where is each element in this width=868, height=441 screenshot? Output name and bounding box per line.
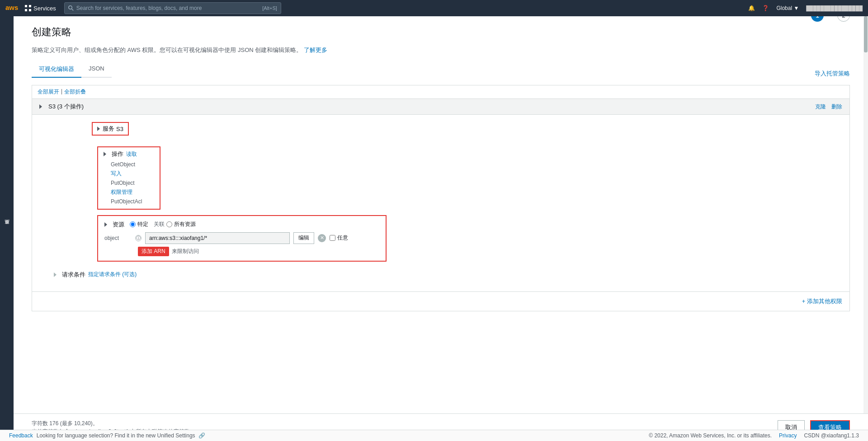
tab-json[interactable]: JSON (81, 61, 112, 78)
service-expand-icon (97, 127, 100, 131)
top-navigation: aws Services [Alt+S] 🔔 ❓ Global ▼ ██████… (0, 0, 868, 16)
add-arn-row: 添加 ARN 来限制访问 (104, 247, 379, 256)
help-icon[interactable]: ❓ (762, 5, 769, 11)
services-nav[interactable]: Services (24, 5, 56, 12)
radio-all-resources: 所有资源 (166, 220, 196, 228)
add-permissions-link[interactable]: + 添加其他权限 (802, 298, 842, 305)
clone-link[interactable]: 克隆 (815, 103, 826, 111)
conditions-label: 请求条件 (62, 271, 85, 279)
action-item-putobject: PutObject (111, 178, 154, 188)
svg-rect-4 (29, 9, 31, 11)
add-arn-link[interactable]: 添加 ARN (138, 247, 169, 256)
policy-body: 服务 S3 操作 读取 GetObject 写入 (32, 115, 849, 291)
actions-items: GetObject 写入 PutObject 权限管理 PutObjectAcl (111, 160, 154, 206)
sidebar: 菜单 (0, 16, 14, 441)
add-permissions-row: + 添加其他权限 (32, 291, 849, 311)
any-checkbox[interactable] (330, 235, 335, 241)
any-checkbox-label: 任意 (330, 234, 348, 242)
object-label: object (104, 235, 132, 241)
resource-type-radio: 特定 (130, 220, 148, 228)
svg-text:aws: aws (5, 4, 18, 11)
conditions-optional-link[interactable]: 指定请求条件 (可选) (88, 271, 137, 278)
import-managed-policy-link[interactable]: 导入托管策略 (815, 70, 850, 78)
restricted-access-text: 来限制访问 (172, 248, 199, 255)
conditions-section: 请求条件 指定请求条件 (可选) (43, 265, 839, 284)
policy-section-actions: 克隆 删除 (815, 103, 842, 111)
csdn-user: CSDN @xiaofang1.1.3 (804, 432, 859, 439)
actions-category3: 权限管理 (111, 188, 154, 197)
learn-more-link[interactable]: 了解更多 (304, 47, 327, 53)
feedback-unified-text: Looking for language selection? Find it … (37, 432, 205, 439)
page-description: 策略定义可向用户、组或角色分配的 AWS 权限。您可以在可视化编辑器中使用 JS… (32, 46, 850, 54)
actions-section: 操作 读取 GetObject 写入 PutObject 权限管理 PutObj… (97, 146, 839, 210)
search-input[interactable] (76, 5, 259, 11)
action-item-getobject: GetObject (111, 160, 154, 169)
radio-specific: 特定 (130, 220, 148, 228)
actions-box: 操作 读取 GetObject 写入 PutObject 权限管理 PutObj… (97, 146, 160, 210)
scrollbar-thumb[interactable] (864, 16, 868, 52)
resources-section: 资源 特定 关联 (97, 215, 839, 262)
resources-expand-icon (104, 222, 107, 227)
actions-header: 操作 读取 (104, 150, 154, 158)
scrollbar[interactable] (863, 16, 868, 418)
actions-category1: 读取 (126, 150, 137, 158)
svg-point-5 (69, 6, 72, 9)
collapse-icon[interactable] (39, 104, 42, 109)
search-bar[interactable]: [Alt+S] (64, 2, 281, 14)
expand-collapse-bar: 全部展开 | 全部折叠 (32, 85, 849, 99)
footer-links: © 2022, Amazon Web Services, Inc. or its… (649, 432, 859, 439)
svg-line-6 (71, 9, 73, 11)
copyright-text: © 2022, Amazon Web Services, Inc. or its… (649, 432, 772, 439)
main-content: 1 — 2 创建策略 策略定义可向用户、组或角色分配的 AWS 权限。您可以在可… (14, 16, 868, 441)
actions-category2: 写入 (111, 169, 154, 178)
privacy-link[interactable]: Privacy (779, 432, 797, 439)
editor-tabs: 可视化编辑器 JSON (32, 61, 112, 78)
service-value: S3 (116, 126, 123, 132)
search-shortcut: [Alt+S] (262, 5, 277, 11)
aws-logo[interactable]: aws (5, 4, 20, 13)
page-title: 创建策略 (32, 25, 850, 39)
separator: | (61, 88, 62, 96)
actions-expand-icon (104, 152, 106, 156)
policy-section-header: S3 (3 个操作) 克隆 删除 (32, 99, 849, 115)
edit-arn-button[interactable]: 编辑 (293, 232, 314, 244)
collapse-all-link[interactable]: 全部折叠 (64, 88, 86, 96)
object-resource-row: object ⓘ 编辑 ✕ 任意 (104, 232, 379, 244)
policy-section: S3 (3 个操作) 克隆 删除 服务 S3 (32, 99, 849, 291)
service-label: 服务 (103, 125, 114, 133)
remove-arn-button[interactable]: ✕ (318, 234, 326, 242)
bell-icon[interactable]: 🔔 (748, 5, 755, 11)
arn-input[interactable] (145, 232, 290, 244)
nav-right: 🔔 ❓ Global ▼ ████████████████ (748, 5, 863, 11)
actions-label: 操作 (112, 150, 123, 158)
editor-area: 全部展开 | 全部折叠 S3 (3 个操作) 克隆 删除 (32, 85, 850, 311)
policy-header-left: S3 (3 个操作) (39, 103, 84, 111)
account-info[interactable]: ████████████████ (806, 5, 863, 11)
resources-box: 资源 特定 关联 (97, 215, 387, 262)
service-box[interactable]: 服务 S3 (92, 122, 129, 136)
region-selector[interactable]: Global ▼ (776, 5, 799, 11)
feedback-bar: Feedback Looking for language selection?… (0, 430, 868, 441)
radio-specific-input[interactable] (130, 221, 136, 227)
policy-section-title: S3 (3 个操作) (48, 103, 84, 111)
svg-rect-1 (25, 5, 27, 7)
tab-visual-editor[interactable]: 可视化编辑器 (32, 61, 81, 78)
conditions-expand-icon (54, 272, 57, 277)
expand-all-link[interactable]: 全部展开 (38, 88, 59, 96)
resources-header: 资源 特定 关联 (104, 220, 379, 229)
action-item-putobjectacl: PutObjectAcl (111, 197, 154, 206)
related-label: 关联 (154, 220, 165, 228)
feedback-label[interactable]: Feedback (9, 432, 33, 439)
svg-rect-3 (25, 9, 27, 11)
svg-rect-2 (29, 5, 31, 7)
object-info-icon[interactable]: ⓘ (135, 235, 142, 241)
resources-label: 资源 (113, 220, 124, 229)
delete-link[interactable]: 删除 (831, 103, 842, 111)
radio-all-input[interactable] (166, 221, 172, 227)
